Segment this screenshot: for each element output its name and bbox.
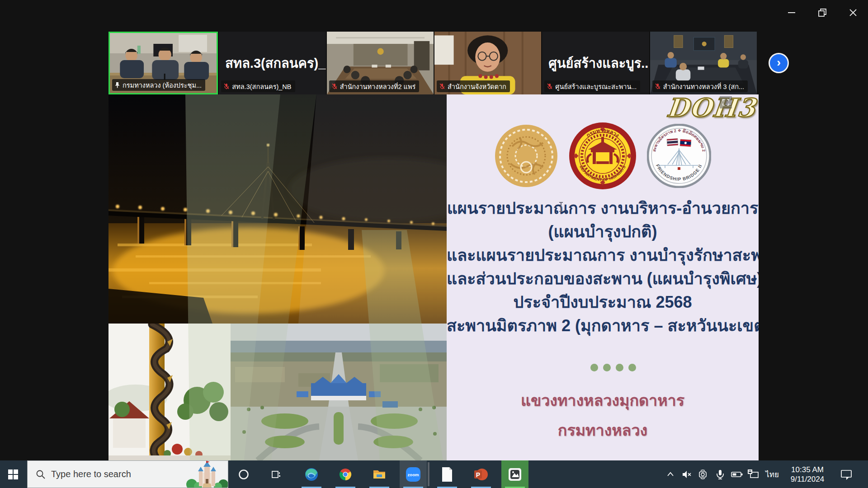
- chrome-icon: [339, 468, 352, 481]
- text-cursor: [561, 202, 561, 212]
- slide-title-line: ประจำปีงบประมาณ 2568: [447, 291, 759, 314]
- taskbar: zoom P: [0, 460, 868, 488]
- action-center-button[interactable]: [837, 460, 855, 488]
- participant-tile[interactable]: สทล.3(สกลนคร)_... สทล.3(สกลนคร)_NB: [219, 32, 326, 94]
- zoom-wordmark: zoom: [408, 472, 419, 477]
- document-icon: [441, 467, 453, 482]
- slide-bullets: [447, 364, 759, 371]
- file-explorer-icon: [372, 467, 387, 482]
- network-button[interactable]: [746, 460, 761, 488]
- edge-icon: [304, 467, 319, 482]
- participant-name-text: สำนักงานทางหลวงที่2 แพร่: [340, 81, 416, 92]
- next-participants-button[interactable]: ›: [769, 53, 789, 73]
- search-input[interactable]: [51, 469, 186, 479]
- participant-tile[interactable]: ศูนย์สร้างและบูร... ศูนย์สร้างและบูรณะสะ…: [542, 32, 649, 94]
- participant-name-label: ศูนย์สร้างและบูรณะสะพาน...: [544, 80, 640, 92]
- camera-button[interactable]: [696, 460, 711, 488]
- clock-date: 9/11/2024: [791, 474, 824, 484]
- pin-icon: [114, 82, 120, 88]
- taskbar-clock[interactable]: 10:35 AM 9/11/2024: [783, 460, 832, 488]
- chrome-button[interactable]: [333, 460, 358, 488]
- language-indicator[interactable]: ไทย: [763, 460, 781, 488]
- slide-title-block: แผนรายประมาณการ งานบริหาร-อำนวยการ (แผนบ…: [447, 197, 759, 338]
- bullet-dot: [603, 364, 611, 371]
- friendship-bridge-seal: สะพานมิตรภาพ 2 ❖ ຂົວມິດຕະພາບ 2 FRIENDSHI…: [647, 124, 711, 188]
- participant-tile[interactable]: สำนักงานจังหวัดตาก: [434, 32, 541, 94]
- participant-name-label: สำนักงานทางหลวงที่ 3 (สก...: [652, 80, 748, 92]
- minimize-icon: [787, 8, 796, 17]
- bullet-dot: [628, 364, 636, 371]
- participant-tile[interactable]: กรมทางหลวง (ห้องประชุม...: [108, 32, 218, 94]
- search-box[interactable]: [27, 460, 228, 488]
- slide-title-line: (แผนบำรุงปกติ): [447, 220, 759, 244]
- naga-statue-photo: [108, 324, 231, 460]
- taskbar-divider: [428, 462, 429, 486]
- file-explorer-button[interactable]: [367, 460, 392, 488]
- mic-muted-icon: [223, 83, 230, 89]
- mic-muted-icon: [547, 83, 553, 89]
- bullet-dot: [616, 364, 623, 371]
- title-bar: [0, 0, 868, 26]
- slide-title-line: แผนรายประมาณการ งานบริหาร-อำนวยการ: [447, 197, 759, 220]
- zoom-icon: zoom: [406, 467, 421, 482]
- camera-icon: [698, 469, 709, 480]
- expand-arrows-icon: [722, 99, 730, 106]
- participant-name-text: ศูนย์สร้างและบูรณะสะพาน...: [555, 81, 637, 92]
- volume-button[interactable]: [679, 460, 694, 488]
- participant-name-label: สำนักงานจังหวัดตาก: [437, 80, 510, 92]
- participant-name-text: สทล.3(สกลนคร)_NB: [232, 81, 291, 92]
- cortana-button[interactable]: [231, 460, 256, 488]
- participant-tile[interactable]: สำนักงานทางหลวงที่ 3 (สก...: [650, 32, 757, 94]
- mic-muted-icon: [439, 83, 445, 89]
- task-view-button[interactable]: [263, 460, 288, 488]
- document-app-button[interactable]: [434, 460, 460, 488]
- department-of-highways-seal: กรมทางหลวง DEPARTMENT OF HIGHWAYS: [568, 122, 637, 190]
- close-button[interactable]: [843, 3, 863, 23]
- network-ethernet-icon: [748, 469, 760, 480]
- bullet-dot: [590, 364, 598, 371]
- zoom-button[interactable]: zoom: [401, 460, 426, 488]
- edge-button[interactable]: [299, 460, 324, 488]
- minimize-button[interactable]: [781, 3, 802, 23]
- microphone-icon: [715, 469, 726, 480]
- participant-tile[interactable]: สำนักงานทางหลวงที่2 แพร่: [327, 32, 434, 94]
- chevron-right-icon: ›: [777, 56, 781, 68]
- start-button[interactable]: [0, 460, 26, 488]
- powerpoint-letter: P: [476, 471, 480, 479]
- aerial-checkpoint-photo: [231, 324, 447, 460]
- volume-muted-icon: [681, 469, 692, 480]
- photo-viewer-icon: [508, 467, 522, 482]
- slide-title-line: สะพานมิตรภาพ 2 (มุกดาหาร – สะหวันนะเขต): [447, 314, 759, 338]
- powerpoint-button[interactable]: P: [468, 460, 494, 488]
- shared-screen-slide: DOH3: [108, 94, 759, 460]
- slide-title-line: และแผนรายประมาณการ งานบำรุงรักษาสะพาน: [447, 244, 759, 267]
- slide-seals-row: กรมทางหลวง DEPARTMENT OF HIGHWAYS: [447, 122, 759, 190]
- bridge-night-photo: [108, 94, 447, 324]
- powerpoint-icon: P: [474, 467, 488, 482]
- photo-viewer-button[interactable]: [502, 460, 528, 488]
- slide-footer-line: กรมทางหลวง: [447, 418, 759, 442]
- search-highlight-castle: [186, 461, 228, 488]
- participant-name-label: สทล.3(สกลนคร)_NB: [221, 80, 295, 92]
- chevron-up-icon: [665, 469, 675, 479]
- battery-icon: [731, 469, 743, 480]
- search-icon: [36, 469, 46, 479]
- view-options-button[interactable]: [720, 96, 732, 108]
- mic-muted-icon: [331, 83, 338, 89]
- participant-name-text: สำนักงานจังหวัดตาก: [448, 81, 506, 92]
- microphone-button[interactable]: [712, 460, 728, 488]
- participant-filmstrip: กรมทางหลวง (ห้องประชุม... สทล.3(สกลนคร)_…: [108, 32, 757, 94]
- tray-expand-button[interactable]: [663, 460, 678, 488]
- participant-name-text: กรมทางหลวง (ห้องประชุม...: [123, 80, 202, 90]
- action-center-icon: [840, 469, 852, 480]
- windows-logo-icon: [8, 469, 18, 479]
- participant-name-text: สำนักงานทางหลวงที่ 3 (สก...: [663, 81, 745, 92]
- restore-button[interactable]: [812, 3, 833, 23]
- clock-time: 10:35 AM: [791, 465, 824, 474]
- ministry-seal: [494, 124, 558, 188]
- close-icon: [849, 8, 858, 17]
- participant-name-label: กรมทางหลวง (ห้องประชุม...: [112, 79, 205, 91]
- battery-button[interactable]: [729, 460, 745, 488]
- restore-icon: [817, 8, 827, 18]
- cortana-icon: [238, 469, 250, 480]
